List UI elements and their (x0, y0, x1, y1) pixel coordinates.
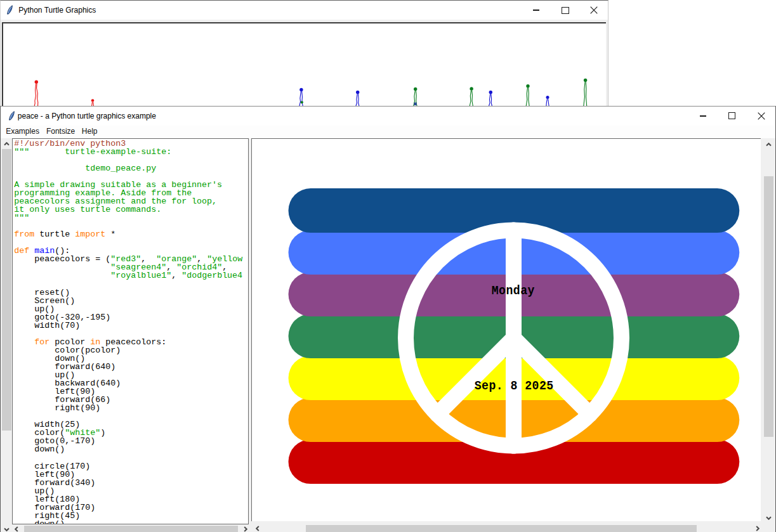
svg-text:Sep. 8 2025: Sep. 8 2025 (475, 379, 554, 394)
svg-text:Monday: Monday (492, 284, 535, 299)
